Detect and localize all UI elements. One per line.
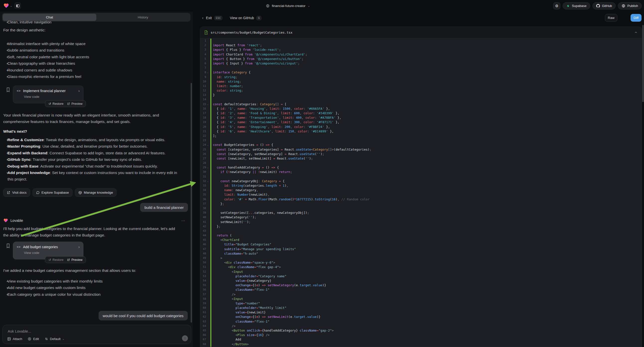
bookmark-icon[interactable] <box>6 87 10 92</box>
code-header: ‹ Exit ESC View on GitHub G Raw Diff <box>200 12 644 27</box>
fold-chevron-icon[interactable]: ⌄ <box>207 102 209 106</box>
view-code-link[interactable]: View code <box>24 95 80 98</box>
bookmark-icon[interactable] <box>6 244 10 248</box>
restore-button[interactable]: ↺Restore <box>48 102 64 106</box>
supabase-button[interactable]: Supabase <box>562 2 590 10</box>
code-line: 27 const [newLimit, setNewLimit] = React… <box>200 156 642 161</box>
code-line: 61 value={newLimit} <box>200 310 642 315</box>
chat-scrollbar[interactable] <box>191 83 192 322</box>
code-line: 48 className="h-auto" <box>200 252 642 256</box>
code-line: 55 onChange={(e) => setNewCategory(e.tar… <box>200 283 642 288</box>
restore-button[interactable]: ↺Restore <box>48 258 64 262</box>
send-button[interactable]: ↑ <box>182 335 188 341</box>
code-line: 6import { Input } from '@/components/ui/… <box>200 61 642 66</box>
preview-button[interactable]: Preview <box>67 258 82 262</box>
code-line: 65 <Button onClick={handleAddCategory} c… <box>200 328 642 333</box>
fold-chevron-icon[interactable]: ⌄ <box>207 70 209 75</box>
design-heading: For the design aesthetic: <box>3 27 46 33</box>
preview-button[interactable]: Preview <box>67 102 82 106</box>
code-line: 44 return ( <box>200 233 642 238</box>
code-line: 33 id: String(categories.length + 1), <box>200 184 642 188</box>
github-button[interactable]: GitHub <box>592 2 616 10</box>
design-bullet-list: Minimalist interface with plenty of whit… <box>3 40 184 80</box>
code-line: 18 { id: '3', name: 'Transportation', li… <box>200 116 642 120</box>
code-line: 22]; <box>200 134 642 138</box>
message-more-icon[interactable]: ⋯ <box>181 218 185 223</box>
list-item: Rounded corners and subtle shadows <box>3 67 184 74</box>
code-line: 57 /> <box>200 292 642 297</box>
action-buttons-row: Visit docs Explore Supabase Manage knowl… <box>3 188 116 197</box>
toggle-sidebar-button[interactable] <box>14 2 21 9</box>
github-icon <box>596 4 600 8</box>
code-line: 52 <Input <box>200 270 642 274</box>
code-editor[interactable]: 12import React from 'react';3import { Pl… <box>200 38 642 347</box>
list-item: Glass-morphic elements for a premium fee… <box>3 74 184 80</box>
supabase-label: Supabase <box>572 4 586 8</box>
restore-icon: ↺ <box>48 102 51 106</box>
chat-input[interactable]: Ask Lovable... <box>8 329 31 333</box>
fold-chevron-icon[interactable]: ⌄ <box>207 165 209 170</box>
g-kbd-badge: G <box>256 16 262 20</box>
explore-supabase-button[interactable]: Explore Supabase <box>32 188 72 197</box>
chevron-right-icon[interactable]: › <box>78 88 80 93</box>
code-line: 60 placeholder="Monthly limit" <box>200 306 642 310</box>
code-line: 12 color: string; <box>200 88 642 93</box>
diff-button[interactable]: Diff <box>630 14 642 22</box>
fold-chevron-icon[interactable]: ⌄ <box>207 143 209 147</box>
code-line: 63 className="flex-1" <box>200 319 642 324</box>
code-line: 7 <box>200 66 642 70</box>
file-added-icon <box>204 30 208 34</box>
version-card-title: Implement financial planner <box>23 89 66 93</box>
external-link-icon <box>67 102 70 105</box>
manage-knowledge-button[interactable]: Manage knowledge <box>75 188 116 197</box>
added-bullet-list: View existing budget categories with the… <box>3 278 184 298</box>
code-line: 31 <box>200 174 642 179</box>
code-line: 67 Add <box>200 337 642 342</box>
logo-chevron-down-icon[interactable]: ⌄ <box>10 4 12 8</box>
mode-select[interactable]: Default ⌄ <box>44 337 64 341</box>
code-line: 41 setNewLimit(''); <box>200 220 642 224</box>
visit-docs-button[interactable]: Visit docs <box>3 188 30 197</box>
list-item: Soft, neutral color palette with light b… <box>3 54 184 60</box>
code-line: 62 onChange={(e) => setNewLimit(e.target… <box>200 315 642 319</box>
list-item: Expand with Backend: Connect Supabase to… <box>3 150 184 156</box>
code-line: 11 limit: number; <box>200 84 642 88</box>
code-scrollbar[interactable] <box>642 25 644 102</box>
chevron-left-icon[interactable]: ‹ <box>202 16 204 20</box>
attach-button[interactable]: Attach <box>7 337 22 341</box>
intro-bullet-list: Clean, intuitive navigation <box>3 19 184 26</box>
edit-button[interactable]: Edit <box>28 337 39 341</box>
raw-button[interactable]: Raw <box>605 14 617 22</box>
code-line: 30 if (!newCategory || !newLimit) return… <box>200 170 642 174</box>
publish-button[interactable]: Publish <box>618 2 642 10</box>
list-item: Clean, intuitive navigation <box>3 19 184 26</box>
chevron-right-icon[interactable]: › <box>78 245 80 249</box>
view-on-github-button[interactable]: View on GitHub <box>230 16 254 20</box>
code-line: 16 { id: '1', name: 'Housing', limit: 15… <box>200 106 642 111</box>
code-line: 68 </Button> <box>200 342 642 346</box>
code-line: 58 <Input <box>200 297 642 301</box>
code-line: 34 name: newCategory, <box>200 188 642 192</box>
list-item: Minimalist interface with plenty of whit… <box>3 40 184 47</box>
settings-button[interactable]: ⚙ <box>553 2 560 10</box>
view-code-link[interactable]: View code <box>24 251 80 255</box>
project-name: financial-future-creator <box>272 4 306 8</box>
lovable-logo-icon[interactable] <box>3 3 9 8</box>
code-line: 50 <div className="space-y-6"> <box>200 260 642 265</box>
version-card-title: Add budget categories <box>23 245 58 249</box>
fold-chevron-icon[interactable]: ⌄ <box>207 179 209 184</box>
image-icon <box>7 337 11 341</box>
chevron-up-icon[interactable] <box>634 31 638 34</box>
list-item: Add project knowledge: Set key context o… <box>3 170 184 183</box>
code-line: 49 > <box>200 256 642 260</box>
list-item: Clean typography with clear hierarchies <box>3 60 184 67</box>
code-line: 32⌄ const newCategoryObj: Category = { <box>200 179 642 184</box>
code-line: 54 value={newCategory} <box>200 278 642 283</box>
code-line: 46 title="Budget Categories" <box>200 242 642 247</box>
restore-icon: ↺ <box>48 258 51 262</box>
file-header[interactable]: src/components/budget/BudgetCategories.t… <box>200 27 642 38</box>
code-line: 25 const [categories, setCategories] = R… <box>200 147 642 152</box>
code-line: 14 <box>200 97 642 102</box>
exit-button[interactable]: Exit <box>206 16 212 20</box>
project-switcher[interactable]: financial-future-creator ⌄ <box>266 0 310 12</box>
